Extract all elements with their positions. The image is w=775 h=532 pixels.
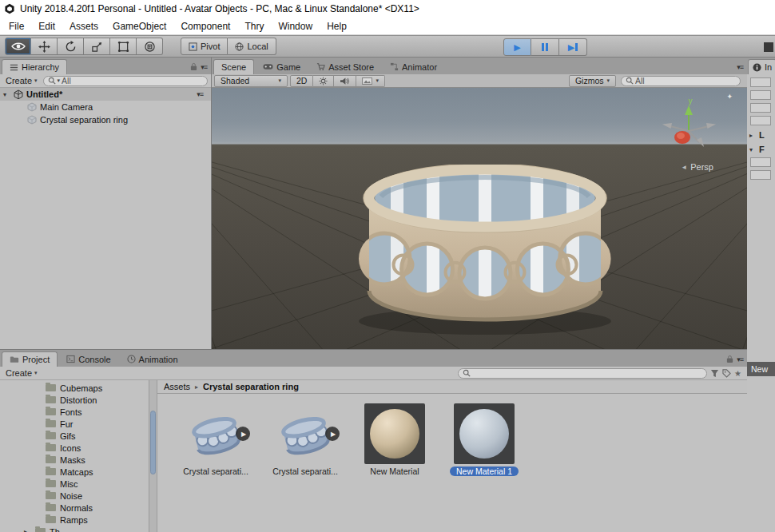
- folder-list-scrollbar[interactable]: [149, 380, 157, 532]
- hierarchy-item-crystal-ring[interactable]: Crystal separation ring: [0, 113, 211, 126]
- inspector-field-fragment[interactable]: [750, 116, 771, 125]
- pane-menu-icon[interactable]: ▾≡: [737, 355, 743, 363]
- hierarchy-search-field[interactable]: ▾: [43, 76, 208, 86]
- audio-toggle-button[interactable]: [334, 75, 356, 87]
- inspector-field-fragment[interactable]: [750, 157, 771, 167]
- folder-item[interactable]: Misc: [0, 478, 149, 490]
- lock-icon[interactable]: [190, 62, 197, 71]
- scene-viewport[interactable]: y ✦: [212, 88, 747, 349]
- folder-item[interactable]: Matcaps: [0, 466, 149, 478]
- lock-icon[interactable]: [726, 355, 733, 363]
- foldout-open-icon[interactable]: ▾: [3, 91, 10, 98]
- project-search-input[interactable]: [472, 368, 702, 378]
- scale-tool-button[interactable]: [84, 38, 110, 55]
- pane-menu-icon[interactable]: ▾≡: [737, 63, 743, 71]
- effects-dropdown-button[interactable]: ▾: [356, 75, 385, 87]
- scene-orientation-gizmo[interactable]: y: [653, 96, 725, 157]
- prefab-ring-thumbnail[interactable]: ▶: [185, 403, 246, 464]
- pause-button[interactable]: [531, 38, 559, 56]
- search-by-type-icon[interactable]: [710, 369, 719, 378]
- project-search-field[interactable]: [458, 368, 707, 379]
- tab-hierarchy[interactable]: Hierarchy: [2, 59, 67, 74]
- folder-item-partial[interactable]: ▸Th: [0, 526, 149, 532]
- hierarchy-create-button[interactable]: Create ▾: [3, 76, 40, 85]
- gamepad-icon: [263, 63, 273, 70]
- asset-item-material[interactable]: New Material: [357, 403, 432, 476]
- tab-animator[interactable]: Animator: [383, 59, 444, 74]
- step-button[interactable]: ▶: [559, 38, 587, 56]
- breadcrumb-root[interactable]: Assets: [164, 382, 190, 391]
- rect-tool-button[interactable]: [110, 38, 137, 55]
- inspector-foldout[interactable]: ▾ F: [747, 140, 775, 154]
- menu-help[interactable]: Help: [320, 18, 354, 34]
- folder-name: Misc: [60, 479, 78, 489]
- rotate-tool-button[interactable]: [58, 38, 84, 55]
- gizmos-dropdown[interactable]: Gizmos ▾: [569, 75, 616, 87]
- project-create-button[interactable]: Create ▾: [3, 368, 40, 378]
- asset-item-material-selected[interactable]: New Material 1: [447, 403, 522, 476]
- foldout-closed-icon[interactable]: ▸: [24, 528, 31, 532]
- perspective-indicator[interactable]: ◄ Persp: [681, 162, 713, 172]
- pane-menu-icon[interactable]: ▾≡: [201, 63, 207, 71]
- menu-assets[interactable]: Assets: [62, 18, 105, 34]
- tab-scene[interactable]: Scene: [213, 59, 254, 74]
- menu-edit[interactable]: Edit: [31, 18, 62, 34]
- asset-item-prefab-2[interactable]: ▶ Crystal separati...: [268, 403, 343, 476]
- folder-item[interactable]: Ramps: [0, 514, 149, 526]
- folder-item[interactable]: Fonts: [0, 406, 149, 418]
- shading-mode-dropdown[interactable]: Shaded ▾: [214, 75, 288, 87]
- inspector-field-fragment[interactable]: [750, 103, 771, 113]
- scene-root-row[interactable]: ▾ Untitled* ▾≡: [0, 88, 211, 101]
- move-tool-button[interactable]: [31, 38, 58, 55]
- hierarchy-tree: ▾ Untitled* ▾≡ Main Camera: [0, 88, 211, 349]
- tab-inspector[interactable]: In: [748, 59, 775, 74]
- material-thumbnail[interactable]: [364, 403, 425, 464]
- scene-options-icon[interactable]: ▾≡: [197, 90, 208, 98]
- inspector-field-fragment[interactable]: [750, 90, 771, 100]
- lighting-toggle-button[interactable]: [313, 75, 334, 87]
- scene-search-field[interactable]: [621, 76, 741, 86]
- asset-item-prefab-1[interactable]: ▶ Crystal separati...: [178, 403, 253, 476]
- tab-game[interactable]: Game: [256, 59, 308, 74]
- menu-window[interactable]: Window: [271, 18, 320, 34]
- folder-item[interactable]: Icons: [0, 442, 149, 454]
- menu-file[interactable]: File: [2, 18, 31, 34]
- folder-item[interactable]: Fur: [0, 418, 149, 430]
- folder-item[interactable]: Distortion: [0, 394, 149, 406]
- scene-search-input[interactable]: [635, 76, 736, 85]
- scrollbar-thumb[interactable]: [150, 411, 156, 474]
- menu-component[interactable]: Component: [173, 18, 237, 34]
- tab-console[interactable]: Console: [59, 351, 117, 367]
- folder-item[interactable]: Noise: [0, 490, 149, 502]
- favorite-search-icon[interactable]: ★: [734, 369, 744, 378]
- menu-gameobject[interactable]: GameObject: [105, 18, 173, 34]
- transform-tool-button[interactable]: [137, 38, 163, 55]
- crystal-separation-ring-object[interactable]: [349, 165, 621, 347]
- inspector-field-fragment[interactable]: [750, 77, 771, 87]
- tab-asset-store[interactable]: Asset Store: [309, 59, 381, 74]
- 2d-toggle-button[interactable]: 2D: [290, 75, 313, 87]
- search-filter-arrow-icon[interactable]: ▾: [58, 77, 61, 84]
- hierarchy-item-main-camera[interactable]: Main Camera: [0, 101, 211, 113]
- inspector-foldout[interactable]: ▸ L: [747, 125, 775, 140]
- local-toggle-button[interactable]: Local: [228, 38, 276, 55]
- folder-item[interactable]: Cubemaps: [0, 382, 149, 394]
- search-by-label-icon[interactable]: [722, 369, 731, 378]
- breadcrumb-current[interactable]: Crystal separation ring: [203, 382, 299, 391]
- folder-item[interactable]: Masks: [0, 454, 149, 466]
- dropdown-arrow-icon: ▾: [34, 370, 38, 376]
- folder-item[interactable]: Normals: [0, 502, 149, 514]
- hierarchy-search-input[interactable]: [62, 76, 203, 85]
- view-tool-button[interactable]: [5, 38, 31, 55]
- pivot-toggle-button[interactable]: Pivot: [181, 38, 228, 55]
- menu-thry[interactable]: Thry: [237, 18, 271, 34]
- folder-item[interactable]: Gifs: [0, 430, 149, 442]
- tab-animation[interactable]: Animation: [120, 351, 185, 367]
- prefab-expand-badge[interactable]: ▶: [325, 427, 340, 441]
- tab-project[interactable]: Project: [2, 351, 58, 367]
- material-thumbnail[interactable]: [454, 403, 515, 464]
- prefab-ring-thumbnail[interactable]: ▶: [275, 403, 336, 464]
- prefab-expand-badge[interactable]: ▶: [236, 427, 250, 441]
- play-button[interactable]: ▶: [503, 38, 531, 56]
- inspector-field-fragment[interactable]: [750, 170, 771, 180]
